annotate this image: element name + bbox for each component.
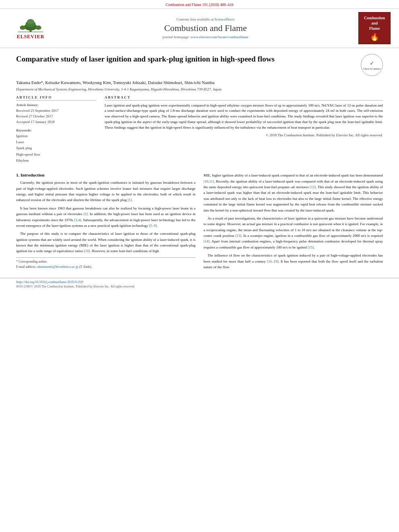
keyword-spark-plug: Spark plug [16,145,97,151]
abstract-col: ABSTRACT Laser ignition and spark-plug i… [105,95,383,167]
cite-2: [2] [83,212,88,216]
email-link[interactable]: takumaendo@hiroshima-u.ac.jp [37,265,78,269]
main-col-right: MIE, higher ignition ability of a laser-… [204,173,383,272]
cite-1: [1] [128,198,132,202]
flame-icon: 🔥 [370,33,379,41]
right-para-1: MIE, higher ignition ability of a laser-… [204,173,383,213]
homepage-link[interactable]: www.elsevier.com/locate/combustflame [191,35,249,39]
journal-badge: CombustionandFlame 🔥 [358,12,391,44]
cite-1011: [10,11] [204,179,214,183]
keywords-group: Keywords: Ignition Laser Spark plug High… [16,128,97,164]
svg-point-5 [35,25,41,30]
footnote-star-text: * Corresponding author. [16,259,195,265]
abstract-label: ABSTRACT [105,95,383,101]
article-info-col: ARTICLE INFO Article history: Received 2… [16,95,97,167]
accepted-date: Accepted 17 January 2018 [16,119,97,125]
keyword-laser: Laser [16,139,97,145]
keywords-label: Keywords: [16,128,97,132]
journal-title: Combustion and Flame [164,23,247,33]
right-para-3: The influence of flow on the characteris… [204,253,383,270]
checkmark-icon: ✓ [370,60,374,67]
bottom-bar: https://doi.org/10.1016/j.combustflame.2… [0,278,399,290]
authors: Takuma Endo*, Keisuke Kuwamoto, Wookyung… [16,79,383,86]
intro-para-3: The purpose of this study is to compare … [16,231,195,254]
cite-34: [3,4] [74,218,81,222]
footnote-area: * Corresponding author. E-mail address: … [16,257,195,270]
cite-10: [10] [84,249,90,253]
abstract-text: Laser ignition and spark-plug ignition w… [105,103,383,131]
doi-link[interactable]: https://doi.org/10.1016/j.combustflame.2… [16,280,83,284]
cite-59: [5–9] [149,224,157,228]
svg-point-4 [20,25,25,30]
main-content: 1. Introduction Currently, the ignition … [16,173,383,272]
header-right: CombustionandFlame 🔥 [356,12,393,44]
citation-link[interactable]: Combustion and Flame 191 (2018) 408–416 [166,3,234,7]
check-updates-badge: ✓ Check for updates [361,54,383,76]
cite-14: [14] [204,239,210,243]
bottom-copyright: 0010-2180/© 2018 The Combustion Institut… [16,285,383,288]
article-title: Comparative study of laser ignition and … [16,54,357,64]
intro-para-1: Currently, the ignition process in most … [16,180,195,203]
footnote-email: E-mail address: takumaendo@hiroshima-u.a… [16,265,195,270]
cite-15: [15] [308,245,314,249]
received-date: Received 25 September 2017 [16,108,97,113]
intro-heading: 1. Introduction [16,173,195,177]
journal-homepage: journal homepage: www.elsevier.com/locat… [162,35,248,39]
article-body: Comparative study of laser ignition and … [0,48,399,278]
header-left: ELSEVIER [6,12,55,44]
article-title-section: Comparative study of laser ignition and … [16,54,383,76]
intro-para-2: It has been known since 1963 that gaseou… [16,205,195,229]
badge-title: CombustionandFlame [364,15,385,31]
doi-line: https://doi.org/10.1016/j.combustflame.2… [16,280,383,284]
history-label: Article history: [16,103,97,107]
page: Combustion and Flame 191 (2018) 408–416 [0,0,399,532]
header: ELSEVIER Contents lists available at Sci… [0,9,399,48]
contents-line: Contents lists available at ScienceDirec… [177,17,235,21]
top-bar: Combustion and Flame 191 (2018) 408–416 [0,0,399,9]
header-center: Contents lists available at ScienceDirec… [59,12,352,44]
keyword-ignition: Ignition [16,133,97,139]
right-para-2: As a result of past investigations, the … [204,216,383,250]
elsevier-logo: ELSEVIER [8,16,53,40]
keyword-high-speed-flow: High-speed flow [16,152,97,158]
cite-12: [12] [310,185,316,189]
article-history: Article history: Received 25 September 2… [16,103,97,125]
keyword-ethylene: Ethylene [16,158,97,164]
affiliation: Department of Mechanical Systems Enginee… [16,87,383,91]
revised-date: Revised 27 October 2017 [16,113,97,119]
abstract-copyright: © 2018 The Combustion Institute. Publish… [105,133,383,137]
main-col-left: 1. Introduction Currently, the ignition … [16,173,195,272]
svg-point-3 [27,19,34,24]
elsevier-tree-icon [14,17,47,33]
cite-13: [13] [235,234,241,238]
check-updates-label: Check for updates [363,68,381,70]
sciencedirect-link[interactable]: ScienceDirect [214,17,234,21]
elsevier-label: ELSEVIER [17,34,45,40]
info-abstract-row: ARTICLE INFO Article history: Received 2… [16,95,383,167]
cite-1619: [16–19] [267,259,279,263]
article-info-label: ARTICLE INFO [16,95,97,101]
